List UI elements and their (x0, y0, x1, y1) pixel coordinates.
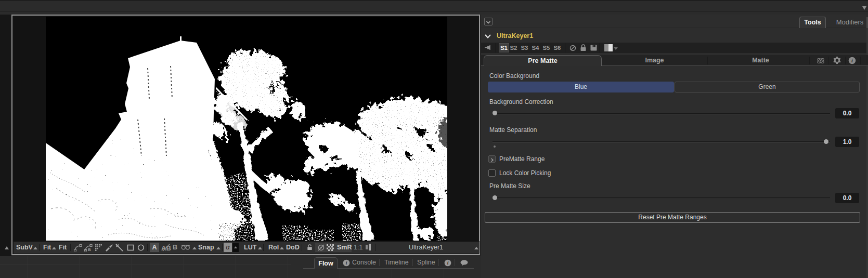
svg-text:i: i (346, 260, 347, 266)
svg-text:i: i (447, 260, 449, 266)
svg-text:i: i (851, 58, 853, 63)
svg-text:B: B (88, 247, 91, 252)
